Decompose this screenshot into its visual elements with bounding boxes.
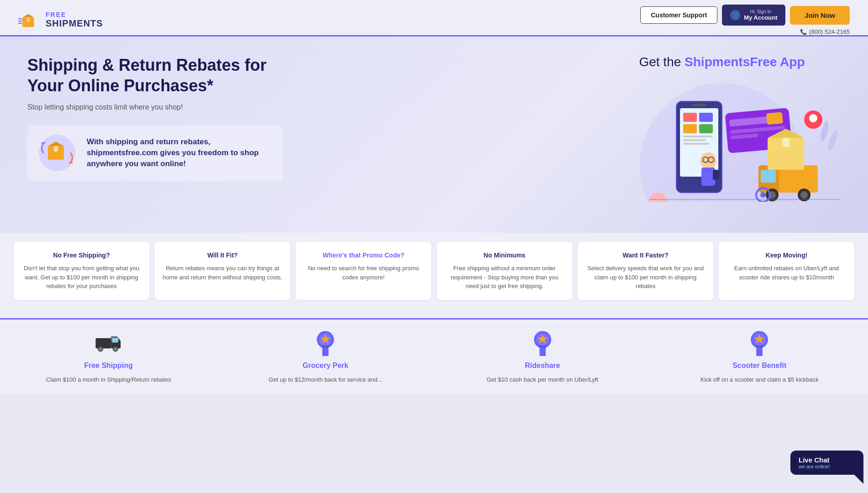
feature-card: Want It Faster? Select delivery speeds t… xyxy=(578,242,713,300)
feature-card: Will It Fit? Return rebates means you ca… xyxy=(155,242,290,300)
benefit-desc: Kick off on a scooter and claim a $5 kic… xyxy=(701,375,819,384)
feature-card-title: Want It Faster? xyxy=(585,251,706,259)
feature-card-title: Will It Fit? xyxy=(162,251,283,259)
svg-rect-57 xyxy=(112,338,118,343)
benefit-card: Grocery Perk Get up to $12/month back fo… xyxy=(217,318,434,393)
svg-rect-54 xyxy=(95,338,111,348)
join-now-button[interactable]: Join Now xyxy=(790,6,850,25)
svg-point-32 xyxy=(800,191,808,199)
feature-card: Where's that Promo Code? No need to sear… xyxy=(296,242,431,300)
benefit-icon xyxy=(529,329,556,356)
svg-rect-2 xyxy=(27,17,30,22)
live-chat-arrow xyxy=(854,475,863,484)
live-chat-label: Live Chat xyxy=(799,456,830,464)
app-title-prefix: Get the xyxy=(639,55,685,69)
feature-card-desc: Select delivery speeds that work for you… xyxy=(585,264,706,291)
svg-point-53 xyxy=(760,192,766,198)
svg-rect-35 xyxy=(782,138,790,147)
benefit-icon xyxy=(312,329,339,356)
header-right: Customer Support 👤 Hi, Sign In My Accoun… xyxy=(640,5,850,35)
hero-feature-text: With shipping and return rebates, shipme… xyxy=(87,136,274,169)
logo-text-shipments: SHIPMENTS xyxy=(46,18,103,28)
phone-number: (800) 524-2165 xyxy=(800,28,850,35)
svg-point-37 xyxy=(809,114,817,122)
hero-subtitle: Stop letting shipping costs limit where … xyxy=(27,103,283,111)
svg-rect-28 xyxy=(761,170,776,183)
svg-point-61 xyxy=(114,347,117,350)
feature-card-desc: Return rebates means you can try things … xyxy=(162,264,283,282)
benefit-card: Free Shipping Claim $100 a month in Ship… xyxy=(0,318,217,393)
hero-section: Shipping & Return Rebates for Your Onlin… xyxy=(0,37,868,233)
svg-rect-18 xyxy=(683,139,706,141)
benefit-desc: Claim $100 a month in Shipping/Return re… xyxy=(46,375,171,384)
hero-title: Shipping & Return Rebates for Your Onlin… xyxy=(27,55,283,96)
medal-icon xyxy=(312,329,339,356)
user-icon: 👤 xyxy=(730,10,740,20)
hero-illustration xyxy=(603,74,841,202)
svg-rect-16 xyxy=(699,124,713,133)
live-chat-status: we are online! xyxy=(799,464,830,469)
feature-card-desc: No need to search for free shipping prom… xyxy=(303,264,424,282)
feature-card: No Minimums Free shipping without a mini… xyxy=(437,242,572,300)
hero-app-title: Get the ShipmentsFree App xyxy=(639,55,805,69)
sign-in-button[interactable]: 👤 Hi, Sign In My Account xyxy=(722,5,785,26)
sign-in-top-text: Hi, Sign In xyxy=(744,9,777,14)
header: FREE SHIPMENTS Customer Support 👤 Hi, Si… xyxy=(0,0,868,37)
live-chat-widget[interactable]: Live Chat we are online! xyxy=(790,451,863,475)
svg-rect-47 xyxy=(713,170,719,180)
benefit-title: Grocery Perk xyxy=(303,362,349,370)
feature-card-title: Keep Moving! xyxy=(726,251,847,259)
benefits-section: Free Shipping Claim $100 a month in Ship… xyxy=(0,314,868,393)
feature-card-desc: Don't let that stop you from getting wha… xyxy=(21,264,142,291)
medal-icon xyxy=(746,329,773,356)
app-name: ShipmentsFree App xyxy=(685,55,805,69)
benefit-card: Rideshare Get $10 cash back per month on… xyxy=(434,318,651,393)
benefit-desc: Get $10 cash back per month on Uber/Lyft xyxy=(487,375,599,384)
benefit-title: Rideshare xyxy=(525,362,560,370)
logo-text-free: FREE xyxy=(46,11,103,18)
svg-rect-20 xyxy=(692,104,706,106)
benefit-title: Free Shipping xyxy=(84,362,133,370)
benefit-desc: Get up to $12/month back for service and… xyxy=(269,375,382,384)
benefit-title: Scooter Benefit xyxy=(732,362,786,370)
svg-point-59 xyxy=(99,347,102,350)
benefit-icon xyxy=(95,329,122,356)
features-section: No Free Shipping? Don't let that stop yo… xyxy=(0,233,868,314)
sign-in-bottom-text: My Account xyxy=(744,14,777,21)
logo-icon xyxy=(18,11,41,29)
svg-rect-15 xyxy=(683,124,697,133)
svg-marker-1 xyxy=(22,14,34,17)
svg-rect-9 xyxy=(54,146,58,152)
feature-card-title: No Free Shipping? xyxy=(21,251,142,259)
svg-rect-19 xyxy=(683,143,710,145)
features-grid: No Free Shipping? Don't let that stop yo… xyxy=(14,242,854,300)
hero-feature-box: With shipping and return rebates, shipme… xyxy=(27,125,283,181)
svg-rect-25 xyxy=(766,112,783,125)
hero-right: Get the ShipmentsFree App xyxy=(603,55,841,202)
customer-support-button[interactable]: Customer Support xyxy=(640,6,717,24)
svg-rect-13 xyxy=(683,113,697,122)
feature-card: Keep Moving! Earn unlimited rebates on U… xyxy=(719,242,854,300)
feature-card-desc: Earn unlimited rebates on Uber/Lyft and … xyxy=(726,264,847,282)
header-buttons: Customer Support 👤 Hi, Sign In My Accoun… xyxy=(640,5,850,26)
benefit-icon xyxy=(746,329,773,356)
feature-card: No Free Shipping? Don't let that stop yo… xyxy=(14,242,149,300)
logo[interactable]: FREE SHIPMENTS xyxy=(18,11,103,29)
medal-icon xyxy=(529,329,556,356)
benefits-grid: Free Shipping Claim $100 a month in Ship… xyxy=(0,318,868,393)
feature-card-title: Where's that Promo Code? xyxy=(303,251,424,259)
logo-text: FREE SHIPMENTS xyxy=(46,11,103,28)
package-icon xyxy=(37,132,78,173)
benefit-card: Scooter Benefit Kick off on a scooter an… xyxy=(651,318,868,393)
feature-card-desc: Free shipping without a minimum order re… xyxy=(444,264,565,291)
svg-rect-78 xyxy=(756,347,763,356)
svg-rect-17 xyxy=(683,136,713,137)
hero-left: Shipping & Return Rebates for Your Onlin… xyxy=(27,55,283,181)
svg-rect-73 xyxy=(539,347,546,356)
svg-rect-14 xyxy=(699,113,713,122)
truck-icon xyxy=(95,331,122,354)
svg-rect-68 xyxy=(322,347,329,356)
feature-card-title: No Minimums xyxy=(444,251,565,259)
